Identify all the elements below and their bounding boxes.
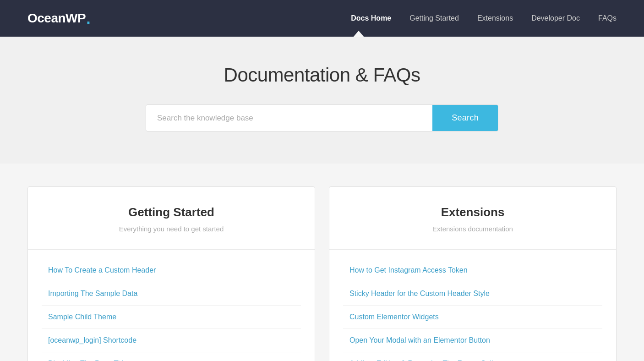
nav-link-getting-started[interactable]: Getting Started <box>409 14 459 22</box>
nav-link-docs-home[interactable]: Docs Home <box>351 14 391 22</box>
link-importing-sample-data[interactable]: Importing The Sample Data <box>42 282 301 306</box>
card-links-getting-started: How To Create a Custom Header Importing … <box>28 250 315 361</box>
navbar: OceanWP. Docs Home Getting Started Exten… <box>0 0 644 37</box>
nav-indicator <box>317 31 327 37</box>
logo-dot: . <box>86 10 90 27</box>
hero-section: Documentation & FAQs Search <box>0 37 644 164</box>
card-title-extensions: Extensions <box>343 205 602 219</box>
nav-link-faqs[interactable]: FAQs <box>598 14 617 22</box>
nav-item-getting-started[interactable]: Getting Started <box>409 14 459 22</box>
link-sample-child-theme[interactable]: Sample Child Theme <box>42 306 301 329</box>
card-getting-started: Getting Started Everything you need to g… <box>27 186 315 361</box>
nav-link-developer-doc[interactable]: Developer Doc <box>531 14 580 22</box>
link-open-modal-elementor[interactable]: Open Your Modal with an Elementor Button <box>343 329 602 352</box>
nav-item-docs-home[interactable]: Docs Home <box>351 14 391 22</box>
link-oceanwp-login-shortcode[interactable]: [oceanwp_login] Shortcode <box>42 329 301 352</box>
link-footer-callout[interactable]: Adding, Editing & Removing The Footer Ca… <box>343 352 602 361</box>
card-subtitle-getting-started: Everything you need to get started <box>42 225 301 233</box>
card-extensions: Extensions Extensions documentation How … <box>329 186 617 361</box>
nav-item-extensions[interactable]: Extensions <box>477 14 513 22</box>
hero-title: Documentation & FAQs <box>9 64 635 86</box>
card-header-getting-started: Getting Started Everything you need to g… <box>28 187 315 250</box>
card-links-extensions: How to Get Instagram Access Token Sticky… <box>329 250 616 361</box>
card-header-extensions: Extensions Extensions documentation <box>329 187 616 250</box>
card-title-getting-started: Getting Started <box>42 205 301 219</box>
link-custom-header[interactable]: How To Create a Custom Header <box>42 259 301 282</box>
nav-item-developer-doc[interactable]: Developer Doc <box>531 14 580 22</box>
link-instagram-access-token[interactable]: How to Get Instagram Access Token <box>343 259 602 282</box>
logo[interactable]: OceanWP. <box>27 10 91 27</box>
main-nav: Docs Home Getting Started Extensions Dev… <box>351 14 617 22</box>
link-custom-elementor-widgets[interactable]: Custom Elementor Widgets <box>343 306 602 329</box>
search-input[interactable] <box>146 105 432 131</box>
card-subtitle-extensions: Extensions documentation <box>343 225 602 233</box>
search-button[interactable]: Search <box>432 105 498 131</box>
nav-item-faqs[interactable]: FAQs <box>598 14 617 22</box>
main-content: Getting Started Everything you need to g… <box>0 164 644 361</box>
nav-link-extensions[interactable]: Extensions <box>477 14 513 22</box>
link-disabling-page-title[interactable]: Disabling The Page Title <box>42 352 301 361</box>
nav-indicator-arrow <box>353 31 364 37</box>
search-container: Search <box>146 104 498 131</box>
link-sticky-header[interactable]: Sticky Header for the Custom Header Styl… <box>343 282 602 306</box>
logo-text: OceanWP <box>27 11 86 26</box>
